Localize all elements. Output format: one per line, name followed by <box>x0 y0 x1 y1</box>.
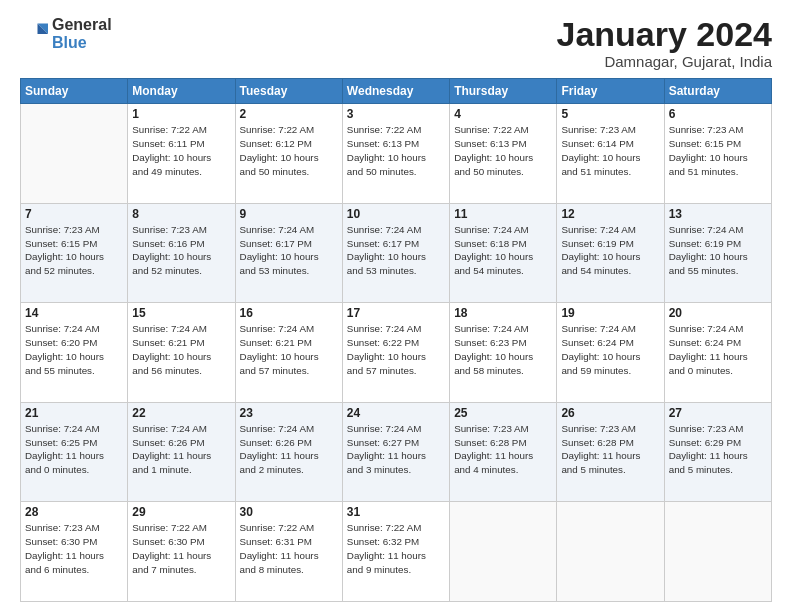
day-number: 14 <box>25 306 123 320</box>
logo-general: General <box>52 16 112 34</box>
calendar-cell: 20Sunrise: 7:24 AM Sunset: 6:24 PM Dayli… <box>664 303 771 403</box>
day-info: Sunrise: 7:24 AM Sunset: 6:17 PM Dayligh… <box>347 223 445 278</box>
calendar-cell: 22Sunrise: 7:24 AM Sunset: 6:26 PM Dayli… <box>128 402 235 502</box>
day-info: Sunrise: 7:24 AM Sunset: 6:19 PM Dayligh… <box>561 223 659 278</box>
day-number: 24 <box>347 406 445 420</box>
calendar-cell: 17Sunrise: 7:24 AM Sunset: 6:22 PM Dayli… <box>342 303 449 403</box>
day-number: 11 <box>454 207 552 221</box>
calendar-cell: 26Sunrise: 7:23 AM Sunset: 6:28 PM Dayli… <box>557 402 664 502</box>
col-header-sunday: Sunday <box>21 79 128 104</box>
day-info: Sunrise: 7:23 AM Sunset: 6:29 PM Dayligh… <box>669 422 767 477</box>
calendar-cell: 15Sunrise: 7:24 AM Sunset: 6:21 PM Dayli… <box>128 303 235 403</box>
day-info: Sunrise: 7:23 AM Sunset: 6:15 PM Dayligh… <box>25 223 123 278</box>
day-info: Sunrise: 7:22 AM Sunset: 6:32 PM Dayligh… <box>347 521 445 576</box>
day-info: Sunrise: 7:24 AM Sunset: 6:19 PM Dayligh… <box>669 223 767 278</box>
logo-icon <box>20 20 48 48</box>
day-info: Sunrise: 7:24 AM Sunset: 6:21 PM Dayligh… <box>132 322 230 377</box>
day-info: Sunrise: 7:24 AM Sunset: 6:26 PM Dayligh… <box>240 422 338 477</box>
col-header-friday: Friday <box>557 79 664 104</box>
day-info: Sunrise: 7:24 AM Sunset: 6:21 PM Dayligh… <box>240 322 338 377</box>
day-info: Sunrise: 7:22 AM Sunset: 6:13 PM Dayligh… <box>347 123 445 178</box>
calendar-cell: 18Sunrise: 7:24 AM Sunset: 6:23 PM Dayli… <box>450 303 557 403</box>
calendar-cell <box>450 502 557 602</box>
day-info: Sunrise: 7:23 AM Sunset: 6:16 PM Dayligh… <box>132 223 230 278</box>
day-number: 17 <box>347 306 445 320</box>
calendar-cell: 7Sunrise: 7:23 AM Sunset: 6:15 PM Daylig… <box>21 203 128 303</box>
calendar-cell: 27Sunrise: 7:23 AM Sunset: 6:29 PM Dayli… <box>664 402 771 502</box>
day-number: 7 <box>25 207 123 221</box>
day-number: 22 <box>132 406 230 420</box>
week-row-0: 1Sunrise: 7:22 AM Sunset: 6:11 PM Daylig… <box>21 104 772 204</box>
calendar-cell: 16Sunrise: 7:24 AM Sunset: 6:21 PM Dayli… <box>235 303 342 403</box>
calendar-cell: 21Sunrise: 7:24 AM Sunset: 6:25 PM Dayli… <box>21 402 128 502</box>
day-info: Sunrise: 7:22 AM Sunset: 6:30 PM Dayligh… <box>132 521 230 576</box>
logo-text: General Blue <box>52 16 112 51</box>
day-number: 27 <box>669 406 767 420</box>
calendar-cell: 24Sunrise: 7:24 AM Sunset: 6:27 PM Dayli… <box>342 402 449 502</box>
day-number: 3 <box>347 107 445 121</box>
day-number: 16 <box>240 306 338 320</box>
day-number: 21 <box>25 406 123 420</box>
day-number: 25 <box>454 406 552 420</box>
calendar-cell: 30Sunrise: 7:22 AM Sunset: 6:31 PM Dayli… <box>235 502 342 602</box>
calendar-cell: 25Sunrise: 7:23 AM Sunset: 6:28 PM Dayli… <box>450 402 557 502</box>
week-row-1: 7Sunrise: 7:23 AM Sunset: 6:15 PM Daylig… <box>21 203 772 303</box>
calendar-cell: 8Sunrise: 7:23 AM Sunset: 6:16 PM Daylig… <box>128 203 235 303</box>
calendar-cell: 29Sunrise: 7:22 AM Sunset: 6:30 PM Dayli… <box>128 502 235 602</box>
day-info: Sunrise: 7:23 AM Sunset: 6:14 PM Dayligh… <box>561 123 659 178</box>
calendar-cell: 23Sunrise: 7:24 AM Sunset: 6:26 PM Dayli… <box>235 402 342 502</box>
day-number: 4 <box>454 107 552 121</box>
calendar-body: 1Sunrise: 7:22 AM Sunset: 6:11 PM Daylig… <box>21 104 772 602</box>
calendar-cell: 28Sunrise: 7:23 AM Sunset: 6:30 PM Dayli… <box>21 502 128 602</box>
calendar-cell: 3Sunrise: 7:22 AM Sunset: 6:13 PM Daylig… <box>342 104 449 204</box>
day-number: 8 <box>132 207 230 221</box>
day-number: 1 <box>132 107 230 121</box>
calendar-cell <box>21 104 128 204</box>
day-number: 19 <box>561 306 659 320</box>
day-number: 6 <box>669 107 767 121</box>
day-info: Sunrise: 7:23 AM Sunset: 6:28 PM Dayligh… <box>561 422 659 477</box>
day-number: 20 <box>669 306 767 320</box>
day-number: 5 <box>561 107 659 121</box>
calendar-cell: 5Sunrise: 7:23 AM Sunset: 6:14 PM Daylig… <box>557 104 664 204</box>
calendar-cell: 11Sunrise: 7:24 AM Sunset: 6:18 PM Dayli… <box>450 203 557 303</box>
calendar-cell: 31Sunrise: 7:22 AM Sunset: 6:32 PM Dayli… <box>342 502 449 602</box>
day-info: Sunrise: 7:23 AM Sunset: 6:15 PM Dayligh… <box>669 123 767 178</box>
col-header-thursday: Thursday <box>450 79 557 104</box>
calendar-cell: 4Sunrise: 7:22 AM Sunset: 6:13 PM Daylig… <box>450 104 557 204</box>
day-info: Sunrise: 7:23 AM Sunset: 6:28 PM Dayligh… <box>454 422 552 477</box>
day-info: Sunrise: 7:23 AM Sunset: 6:30 PM Dayligh… <box>25 521 123 576</box>
calendar-cell: 6Sunrise: 7:23 AM Sunset: 6:15 PM Daylig… <box>664 104 771 204</box>
day-number: 26 <box>561 406 659 420</box>
col-header-wednesday: Wednesday <box>342 79 449 104</box>
day-number: 10 <box>347 207 445 221</box>
calendar-cell: 10Sunrise: 7:24 AM Sunset: 6:17 PM Dayli… <box>342 203 449 303</box>
header: General Blue January 2024 Damnagar, Guja… <box>20 16 772 70</box>
day-info: Sunrise: 7:24 AM Sunset: 6:18 PM Dayligh… <box>454 223 552 278</box>
logo-blue: Blue <box>52 34 112 52</box>
day-number: 2 <box>240 107 338 121</box>
day-info: Sunrise: 7:24 AM Sunset: 6:17 PM Dayligh… <box>240 223 338 278</box>
week-row-2: 14Sunrise: 7:24 AM Sunset: 6:20 PM Dayli… <box>21 303 772 403</box>
day-info: Sunrise: 7:22 AM Sunset: 6:12 PM Dayligh… <box>240 123 338 178</box>
day-info: Sunrise: 7:22 AM Sunset: 6:11 PM Dayligh… <box>132 123 230 178</box>
day-info: Sunrise: 7:24 AM Sunset: 6:25 PM Dayligh… <box>25 422 123 477</box>
day-info: Sunrise: 7:22 AM Sunset: 6:31 PM Dayligh… <box>240 521 338 576</box>
day-number: 30 <box>240 505 338 519</box>
day-info: Sunrise: 7:24 AM Sunset: 6:22 PM Dayligh… <box>347 322 445 377</box>
week-row-4: 28Sunrise: 7:23 AM Sunset: 6:30 PM Dayli… <box>21 502 772 602</box>
calendar-cell: 12Sunrise: 7:24 AM Sunset: 6:19 PM Dayli… <box>557 203 664 303</box>
logo: General Blue <box>20 16 112 51</box>
day-info: Sunrise: 7:24 AM Sunset: 6:24 PM Dayligh… <box>561 322 659 377</box>
calendar-table: SundayMondayTuesdayWednesdayThursdayFrid… <box>20 78 772 602</box>
col-header-tuesday: Tuesday <box>235 79 342 104</box>
day-number: 29 <box>132 505 230 519</box>
day-number: 23 <box>240 406 338 420</box>
day-number: 31 <box>347 505 445 519</box>
day-info: Sunrise: 7:24 AM Sunset: 6:23 PM Dayligh… <box>454 322 552 377</box>
day-number: 12 <box>561 207 659 221</box>
day-number: 18 <box>454 306 552 320</box>
calendar-cell: 1Sunrise: 7:22 AM Sunset: 6:11 PM Daylig… <box>128 104 235 204</box>
col-header-saturday: Saturday <box>664 79 771 104</box>
day-info: Sunrise: 7:22 AM Sunset: 6:13 PM Dayligh… <box>454 123 552 178</box>
